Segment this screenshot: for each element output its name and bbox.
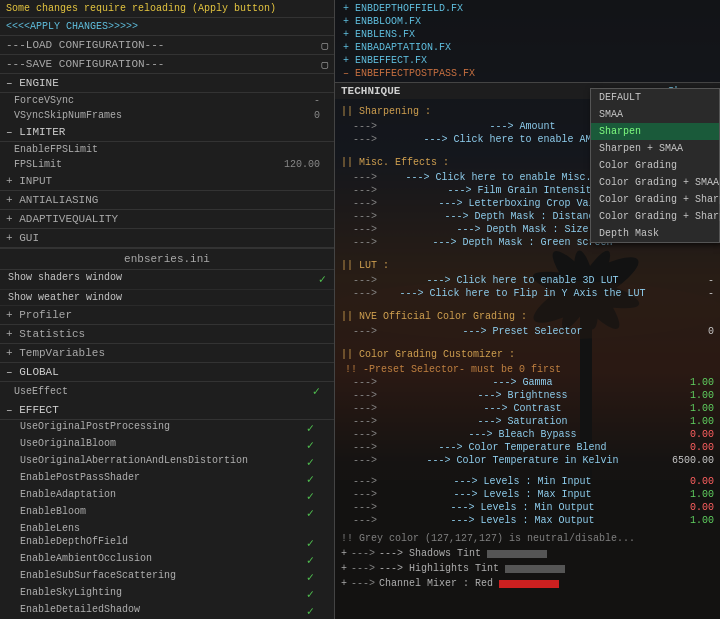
effect-enable-skylighting[interactable]: EnableSkyLighting ✓ [0,586,334,603]
levels-section: ---> ---> Levels : Min Input 0.00 ---> -… [335,471,720,531]
lut-section: || LUT : ---> ---> Click here to enable … [335,253,720,304]
apply-changes-button[interactable]: <<<<APPLY CHANGES>>>>> [0,18,334,36]
effect-enable-bloom[interactable]: EnableBloom ✓ [0,505,334,522]
temp-kelvin-row[interactable]: ---> ---> Color Temperature in Kelvin 65… [341,454,714,467]
global-section[interactable]: GLOBAL [0,363,334,382]
effect-use-original-post[interactable]: UseOriginalPostProcessing ✓ [0,420,334,437]
enable-fps-item: EnableFPSLimit [0,142,334,157]
weather-window-row[interactable]: Show weather window [0,290,334,306]
warning-bar: Some changes require reloading (Apply bu… [0,0,334,18]
effect-enable-post-pass[interactable]: EnablePostPassShader ✓ [0,471,334,488]
technique-dropdown[interactable]: DEFAULT SMAA Sharpen Sharpen + SMAA Colo… [590,88,720,243]
fx-adaptation[interactable]: + ENBADAPTATION.FX [339,41,716,54]
lut-header: || LUT : [341,257,714,274]
shadows-tint-bar [487,550,547,558]
effect-enable-adaptation[interactable]: EnableAdaptation ✓ [0,488,334,505]
dropdown-default[interactable]: DEFAULT [591,89,719,106]
limiter-section[interactable]: LIMITER [0,123,334,142]
preset-note-row: !! -Preset Selector- must be 0 first [341,363,714,376]
fx-dof[interactable]: + ENBDEPTHOFFIELD.FX [339,2,716,15]
effect-enable-detailed-shadow[interactable]: EnableDetailedShadow ✓ [0,603,334,619]
lut-flip-row[interactable]: ---> ---> Click here to Flip in Y Axis t… [341,287,714,300]
technique-label: TECHNIQUE [341,85,400,97]
force-vsync-item: ForceVSync - [0,93,334,108]
use-effect-item[interactable]: UseEffect ✓ [0,382,334,401]
shaders-check: ✓ [319,272,326,287]
vsync-skip-item: VSyncSkipNumFrames 0 [0,108,334,123]
left-panel: Some changes require reloading (Apply bu… [0,0,335,619]
fx-postpass[interactable]: – ENBEFFECTPOSTPASS.FX [339,67,716,80]
effect-section[interactable]: EFFECT [0,401,334,420]
preset-selector-row[interactable]: ---> ---> Preset Selector 0 [341,325,714,338]
fx-effect[interactable]: + ENBEFFECT.FX [339,54,716,67]
tempvariables-section[interactable]: TempVariables [0,344,334,363]
nve-header: || NVE Official Color Grading : [341,308,714,325]
levels-min-input-row[interactable]: ---> ---> Levels : Min Input 0.00 [341,475,714,488]
fx-file-list: + ENBDEPTHOFFIELD.FX + ENBBLOOM.FX + ENB… [335,0,720,82]
enbseries-filename: enbseries.ini [0,249,334,270]
channel-mixer-row[interactable]: + ---> Channel Mixer : Red [335,576,720,591]
gamma-row[interactable]: ---> ---> Gamma 1.00 [341,376,714,389]
gui-section[interactable]: GUI [0,229,334,248]
input-section[interactable]: INPUT [0,172,334,191]
effect-enable-lens[interactable]: EnableLens [0,522,334,535]
highlights-tint-bar [505,565,565,573]
color-grading-header: || Color Grading Customizer : [341,346,714,363]
save-config-header[interactable]: ---SAVE CONFIGURATION--- ▢ [0,55,334,74]
nve-section: || NVE Official Color Grading : ---> ---… [335,304,720,342]
saturation-row[interactable]: ---> ---> Saturation 1.00 [341,415,714,428]
brightness-row[interactable]: ---> ---> Brightness 1.00 [341,389,714,402]
dropdown-sharpen-smaa[interactable]: Sharpen + SMAA [591,140,719,157]
fx-bloom[interactable]: + ENBBLOOM.FX [339,15,716,28]
antialiasing-section[interactable]: ANTIALIASING [0,191,334,210]
channel-mixer-bar [499,580,559,588]
dropdown-sharpen[interactable]: Sharpen [591,123,719,140]
fps-limit-item: FPSLimit 120.00 [0,157,334,172]
levels-max-input-row[interactable]: ---> ---> Levels : Max Input 1.00 [341,488,714,501]
dropdown-color-grading[interactable]: Color Grading [591,157,719,174]
dropdown-color-grading-smaa[interactable]: Color Grading + SMAA [591,174,719,191]
engine-section[interactable]: ENGINE [0,74,334,93]
dropdown-color-grading-sharpen2[interactable]: Color Grading + Sharpen [591,208,719,225]
grey-note: !! Grey color (127,127,127) is neutral/d… [335,531,720,546]
lut-enable-row[interactable]: ---> ---> Click here to enable 3D LUT - [341,274,714,287]
temp-blend-row[interactable]: ---> ---> Color Temperature Blend 0.00 [341,441,714,454]
levels-min-output-row[interactable]: ---> ---> Levels : Min Output 0.00 [341,501,714,514]
shaders-window-row[interactable]: Show shaders window ✓ [0,270,334,290]
levels-max-output-row[interactable]: ---> ---> Levels : Max Output 1.00 [341,514,714,527]
highlights-tint-row[interactable]: + ---> ---> Highlights Tint [335,561,720,576]
bleach-row[interactable]: ---> ---> Bleach Bypass 0.00 [341,428,714,441]
color-grading-section: || Color Grading Customizer : !! -Preset… [335,342,720,471]
dropdown-smaa[interactable]: SMAA [591,106,719,123]
statistics-section[interactable]: Statistics [0,325,334,344]
dropdown-depth-mask[interactable]: Depth Mask [591,225,719,242]
contrast-row[interactable]: ---> ---> Contrast 1.00 [341,402,714,415]
profiler-section[interactable]: Profiler [0,306,334,325]
adaptivequality-section[interactable]: ADAPTIVEQUALITY [0,210,334,229]
load-config-header[interactable]: ---LOAD CONFIGURATION--- ▢ [0,36,334,55]
dropdown-color-grading-sharpen1[interactable]: Color Grading + Sharpen [591,191,719,208]
effect-enable-ao[interactable]: EnableAmbientOcclusion ✓ [0,552,334,569]
fx-lens[interactable]: + ENBLENS.FX [339,28,716,41]
effect-enable-sss[interactable]: EnableSubSurfaceScattering ✓ [0,569,334,586]
effect-enable-dof[interactable]: EnableDepthOfField ✓ [0,535,334,552]
shadows-tint-row[interactable]: + ---> ---> Shadows Tint [335,546,720,561]
effect-use-original-bloom[interactable]: UseOriginalBloom ✓ [0,437,334,454]
effect-use-original-aber[interactable]: UseOriginalAberrationAndLensDistortion ✓ [0,454,334,471]
